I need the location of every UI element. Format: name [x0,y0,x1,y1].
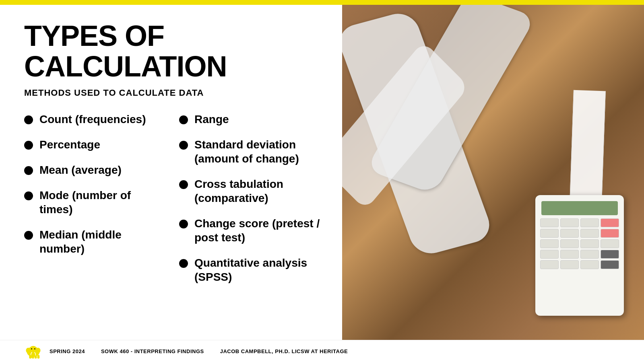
bullet-dot [179,141,188,150]
svg-rect-8 [32,355,34,358]
calculator-buttons [535,218,624,269]
bullet-dot [179,180,188,189]
calc-btn [560,229,579,238]
svg-rect-10 [37,355,40,358]
calc-btn [580,250,599,259]
footer: SPRING 2024 SOWK 460 - INTERPRETING FIND… [0,340,644,362]
bullet-text: Change score (pretest / post test) [194,216,322,245]
calc-btn-dark [601,250,619,259]
calc-btn [560,260,579,269]
svg-rect-7 [29,355,31,358]
bullet-dot [179,259,188,268]
calc-btn [540,218,559,227]
footer-course: SOWK 460 - INTERPRETING FINDINGS [101,348,204,354]
list-item: Cross tabulation (comparative) [179,177,322,205]
list-item: Change score (pretest / post test) [179,216,322,245]
bullet-dot [179,115,188,124]
list-item: Mean (average) [24,163,167,177]
bullet-text: Range [194,112,229,126]
left-bullet-column: Count (frequencies) Percentage Mean (ave… [24,112,167,340]
bullet-text: Median (middle number) [39,228,167,256]
bullet-dot [24,115,33,124]
bullet-dot [24,166,33,175]
subtitle: METHODS USED TO CALCULATE DATA [24,88,322,98]
calc-btn-dark [601,260,619,269]
bullet-dot [179,220,188,228]
list-item: Median (middle number) [24,228,167,256]
calc-btn-pink [601,229,619,238]
calc-btn [540,229,559,238]
svg-point-3 [26,348,31,353]
elephant-logo [24,342,42,360]
top-accent-bar [0,0,644,5]
page-title: TYPES OF CALCULATION [24,21,322,82]
calculator [535,195,624,316]
bullet-text: Count (frequencies) [39,112,146,126]
footer-instructor: JACOB CAMPBELL, PH.D. LICSW AT HERITAGE [220,348,348,354]
calc-btn [601,239,619,248]
left-panel: TYPES OF CALCULATION METHODS USED TO CAL… [0,5,342,340]
bullet-text: Percentage [39,138,100,152]
svg-point-5 [31,348,32,349]
calc-btn [560,250,579,259]
calc-btn [580,218,599,227]
right-bullet-column: Range Standard deviation (amount of chan… [179,112,322,340]
list-item: Mode (number of times) [24,188,167,216]
list-item: Percentage [24,138,167,152]
bullet-text: Quantitative analysis (SPSS) [194,256,322,284]
calc-btn [580,239,599,248]
list-item: Count (frequencies) [24,112,167,126]
list-item: Standard deviation (amount of change) [179,138,322,166]
bullet-text: Mean (average) [39,163,122,177]
list-item: Range [179,112,322,126]
bullet-dot [24,141,33,150]
bullet-dot [24,231,33,240]
bullet-text: Mode (number of times) [39,188,167,216]
bullet-text: Standard deviation (amount of change) [194,138,322,166]
wood-background [342,5,644,340]
footer-semester: SPRING 2024 [50,348,85,354]
svg-point-4 [36,348,40,353]
calc-btn-pink [601,218,619,227]
calculator-display [541,201,618,215]
bullet-columns: Count (frequencies) Percentage Mean (ave… [24,112,322,340]
calculator-tape-out [570,90,606,204]
list-item: Quantitative analysis (SPSS) [179,256,322,284]
calc-btn [580,229,599,238]
bullet-text: Cross tabulation (comparative) [194,177,322,205]
main-content: TYPES OF CALCULATION METHODS USED TO CAL… [0,5,644,340]
right-image-panel [342,5,644,340]
bullet-dot [24,191,33,200]
calc-btn [540,260,559,269]
calc-btn [540,239,559,248]
calc-btn [580,260,599,269]
calc-btn [540,250,559,259]
calc-btn [560,239,579,248]
svg-point-6 [34,348,35,349]
svg-rect-9 [35,355,37,358]
calc-btn [560,218,579,227]
